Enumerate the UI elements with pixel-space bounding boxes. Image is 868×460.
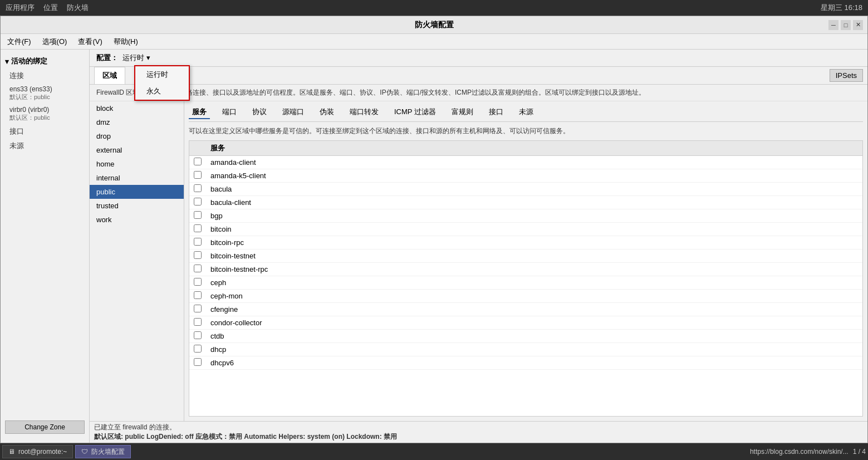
zone-trusted[interactable]: trusted: [90, 199, 184, 213]
services-table-container[interactable]: 服务 amanda-clientamanda-k5-clientbaculaba…: [189, 140, 863, 417]
zone-services-area: block dmz drop external home internal pu…: [90, 101, 867, 421]
table-row: condor-collector: [189, 316, 862, 330]
table-row: bitcoin: [189, 223, 862, 236]
arrow-icon: ▾: [5, 57, 9, 66]
services-table: 服务 amanda-clientamanda-k5-clientbaculaba…: [189, 141, 862, 370]
sidebar-active-binding-label: 活动的绑定: [11, 56, 47, 66]
zone-home[interactable]: home: [90, 157, 184, 171]
virbr0-sub: 默认区：public: [9, 114, 80, 122]
ens33-name: ens33 (ens33): [9, 85, 80, 93]
apps-menu[interactable]: 应用程序: [6, 3, 35, 13]
system-bar: 应用程序 位置 防火墙 星期三 16:18: [0, 0, 868, 16]
zone-external[interactable]: external: [90, 143, 184, 157]
menu-help[interactable]: 帮助(H): [109, 36, 143, 48]
status-line1: 已建立至 firewalld 的连接。: [94, 423, 863, 432]
zone-drop[interactable]: drop: [90, 129, 184, 143]
service-checkbox-bitcoin-testnet-rpc[interactable]: [194, 265, 202, 272]
content-area: 配置： 运行时 ▾ 运行时 永久 区域 IPSets FirewallD 区域定…: [90, 50, 867, 443]
sub-tab-services[interactable]: 服务: [189, 106, 210, 119]
service-checkbox-ceph[interactable]: [194, 278, 202, 286]
close-button[interactable]: ✕: [853, 20, 863, 30]
firewall-menu[interactable]: 防火墙: [67, 3, 89, 13]
sub-tab-interfaces[interactable]: 接口: [486, 106, 507, 119]
sidebar-ens33[interactable]: ens33 (ens33) 默认区：public: [1, 83, 89, 104]
service-checkbox-dhcpv6[interactable]: [194, 358, 202, 366]
col-checkbox: [189, 141, 206, 156]
connections-text: 连接: [9, 71, 24, 80]
zone-block[interactable]: block: [90, 101, 184, 115]
service-checkbox-amanda-k5-client[interactable]: [194, 171, 202, 179]
table-row: cfengine: [189, 303, 862, 316]
sub-tab-ports[interactable]: 端口: [219, 106, 240, 119]
zone-dmz[interactable]: dmz: [90, 115, 184, 129]
sub-tab-rich-rules[interactable]: 富规则: [448, 106, 477, 119]
sub-tab-masquerade[interactable]: 伪装: [316, 106, 337, 119]
menu-view[interactable]: 查看(V): [73, 36, 106, 48]
service-checkbox-bitcoin-rpc[interactable]: [194, 238, 202, 246]
service-checkbox-bacula-client[interactable]: [194, 198, 202, 205]
interface-text: 接口: [9, 127, 24, 135]
service-name-bitcoin-testnet-rpc: bitcoin-testnet-rpc: [206, 263, 862, 276]
taskbar-firewall[interactable]: 🛡 防火墙配置: [75, 445, 131, 458]
sub-tab-source-ports[interactable]: 源端口: [279, 106, 307, 119]
table-row: bacula-client: [189, 196, 862, 209]
dropdown-permanent[interactable]: 永久: [135, 83, 189, 100]
ipsets-button[interactable]: IPSets: [830, 69, 863, 82]
table-row: amanda-client: [189, 156, 862, 169]
zone-public[interactable]: public: [90, 185, 184, 199]
sub-tabs: 服务 端口 协议 源端口 伪装 端口转发 ICMP 过滤器 富规则 接口 未源: [189, 106, 863, 122]
service-checkbox-ceph-mon[interactable]: [194, 291, 202, 299]
service-checkbox-cfengine[interactable]: [194, 305, 202, 312]
minimize-button[interactable]: ─: [828, 20, 838, 30]
change-zone-label: Change Zone: [24, 423, 65, 431]
zone-internal[interactable]: internal: [90, 171, 184, 185]
service-name-condor-collector: condor-collector: [206, 316, 862, 330]
status-line2: 默认区域: public LogDenied: off 应急模式：禁用 Auto…: [94, 432, 863, 442]
status-bar: 已建立至 firewalld 的连接。 默认区域: public LogDeni…: [90, 421, 867, 443]
tab-zones[interactable]: 区域: [94, 67, 125, 84]
menu-bar: 文件(F) 选项(O) 查看(V) 帮助(H): [1, 34, 867, 50]
service-checkbox-dhcp[interactable]: [194, 345, 202, 353]
service-checkbox-ctdb[interactable]: [194, 331, 202, 339]
service-checkbox-bacula[interactable]: [194, 184, 202, 192]
config-dropdown-menu: 运行时 永久: [134, 65, 190, 101]
sidebar-interface[interactable]: 接口: [1, 124, 89, 139]
title-bar: 防火墙配置 ─ □ ✕: [1, 16, 867, 34]
service-name-dhcp: dhcp: [206, 343, 862, 356]
change-zone-button[interactable]: Change Zone: [5, 420, 85, 434]
table-row: dhcpv6: [189, 356, 862, 370]
sidebar-source[interactable]: 未源: [1, 139, 89, 153]
table-row: bacula: [189, 183, 862, 196]
taskbar-url: https://blog.csdn.com/now/skin/...: [750, 448, 849, 456]
taskbar: 🖥 root@promote:~ 🛡 防火墙配置 https://blog.cs…: [0, 443, 868, 460]
location-menu[interactable]: 位置: [43, 3, 58, 13]
service-checkbox-bgp[interactable]: [194, 211, 202, 219]
config-dropdown-trigger[interactable]: 运行时 ▾: [122, 53, 150, 63]
sidebar-active-binding[interactable]: ▾ 活动的绑定: [1, 54, 89, 68]
service-checkbox-amanda-client[interactable]: [194, 158, 202, 165]
service-checkbox-bitcoin-testnet[interactable]: [194, 251, 202, 259]
col-service-name: 服务: [206, 141, 862, 156]
terminal-label: root@promote:~: [18, 448, 67, 456]
services-panel: 服务 端口 协议 源端口 伪装 端口转发 ICMP 过滤器 富规则 接口 未源 …: [184, 101, 867, 421]
firewalld-description: FirewallD 区域定义了绑定的网络连接、接口以及源地址的可信程度。区域是服…: [90, 85, 867, 101]
sidebar-virbr0[interactable]: virbr0 (virbr0) 默认区：public: [1, 104, 89, 124]
services-description: 可以在这里定义区域中哪些服务是可信的。可连接至绑定到这个区域的连接、接口和源的所…: [189, 126, 863, 136]
taskbar-terminal[interactable]: 🖥 root@promote:~: [2, 445, 73, 458]
service-checkbox-condor-collector[interactable]: [194, 318, 202, 326]
service-checkbox-bitcoin[interactable]: [194, 224, 202, 232]
dropdown-runtime[interactable]: 运行时: [135, 66, 189, 83]
sub-tab-sources[interactable]: 未源: [516, 106, 537, 119]
sub-tab-port-forward[interactable]: 端口转发: [346, 106, 382, 119]
service-name-amanda-k5-client: amanda-k5-client: [206, 169, 862, 183]
source-text: 未源: [9, 141, 24, 150]
menu-file[interactable]: 文件(F): [3, 36, 36, 48]
service-name-bacula-client: bacula-client: [206, 196, 862, 209]
sub-tab-icmp[interactable]: ICMP 过滤器: [391, 106, 439, 119]
menu-options[interactable]: 选项(O): [38, 36, 72, 48]
zone-work[interactable]: work: [90, 213, 184, 227]
maximize-button[interactable]: □: [841, 20, 851, 30]
service-name-bitcoin-rpc: bitcoin-rpc: [206, 236, 862, 249]
table-row: dhcp: [189, 343, 862, 356]
sub-tab-protocols[interactable]: 协议: [249, 106, 270, 119]
